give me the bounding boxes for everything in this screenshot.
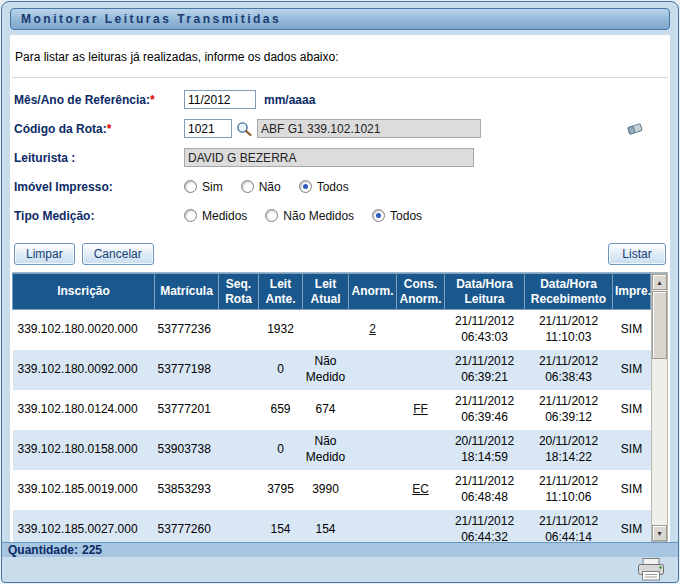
cell-leit-atual	[303, 310, 349, 350]
mes-ano-input[interactable]	[184, 90, 256, 109]
radio-label: Sim	[202, 180, 223, 194]
search-icon[interactable]	[236, 121, 253, 137]
radio-icon	[184, 209, 197, 222]
scroll-up-button[interactable]: ▲	[652, 274, 667, 290]
cell-matricula: 53777201	[155, 390, 219, 430]
cancelar-button[interactable]: Cancelar	[82, 243, 154, 265]
radio-icon	[265, 209, 278, 222]
cell-leit-atual: 674	[303, 390, 349, 430]
codigo-rota-input[interactable]	[184, 119, 232, 138]
cell-data-leitura: 21/11/2012 06:48:48	[445, 470, 525, 510]
cell-leit-atual: 154	[303, 510, 349, 543]
cell-inscricao: 339.102.185.0019.000	[13, 470, 155, 510]
printer-icon[interactable]	[636, 557, 666, 583]
filter-form: Mês/Ano de Referência:* mm/aaaa Código d…	[12, 78, 668, 236]
cell-leit-ante: 154	[259, 510, 303, 543]
quantidade-bar: Quantidade: 225	[2, 542, 678, 557]
cell-inscricao: 339.102.180.0092.000	[13, 350, 155, 390]
cell-data-recebimento: 20/11/2012 18:14:22	[525, 430, 613, 470]
radio-nao-medidos[interactable]: Não Medidos	[265, 209, 354, 223]
header-leit-ante: Leit Ante.	[259, 274, 303, 310]
scrollbar-track[interactable]	[652, 290, 667, 525]
leiturista-label: Leiturista :	[14, 151, 184, 165]
cell-data-leitura: 21/11/2012 06:44:32	[445, 510, 525, 543]
cell-seq-rota	[219, 310, 259, 350]
cell-matricula: 53777198	[155, 350, 219, 390]
table-row: 339.102.185.0019.000 53853293 3795 3990 …	[13, 470, 651, 510]
leiturista-row: Leiturista :	[14, 147, 666, 168]
cell-anorm	[349, 430, 397, 470]
table-row: 339.102.180.0158.000 53903738 0 Não Medi…	[13, 430, 651, 470]
readings-table-area: Inscrição Matrícula Seq. Rota Leit Ante.…	[12, 272, 668, 542]
radio-imovel-sim[interactable]: Sim	[184, 180, 223, 194]
cell-anorm	[349, 510, 397, 543]
radio-label: Medidos	[202, 209, 247, 223]
header-matricula: Matrícula	[155, 274, 219, 310]
cell-seq-rota	[219, 470, 259, 510]
cell-inscricao: 339.102.185.0027.000	[13, 510, 155, 543]
radio-label: Não Medidos	[283, 209, 354, 223]
cell-matricula: 53777236	[155, 310, 219, 350]
mes-ano-format-hint: mm/aaaa	[264, 93, 315, 107]
table-row: 339.102.180.0020.000 53777236 1932 2 21/…	[13, 310, 651, 350]
header-data-leitura: Data/Hora Leitura	[445, 274, 525, 310]
tipo-medicao-group: Medidos Não Medidos Todos	[184, 209, 422, 223]
radio-selected-icon	[299, 180, 312, 193]
scrollbar-thumb[interactable]	[652, 291, 667, 359]
cell-data-recebimento: 21/11/2012 11:10:06	[525, 470, 613, 510]
tipo-medicao-row: Tipo Medição: Medidos Não Medidos Todos	[14, 205, 666, 226]
table-scrollbar[interactable]: ▲ ▼	[651, 273, 668, 542]
cell-leit-ante: 1932	[259, 310, 303, 350]
required-asterisk: *	[107, 122, 112, 136]
cell-matricula: 53903738	[155, 430, 219, 470]
limpar-button[interactable]: Limpar	[14, 243, 75, 265]
print-row	[2, 557, 678, 583]
cell-leit-atual: Não Medido	[303, 350, 349, 390]
rota-description-field	[257, 119, 481, 138]
cell-matricula: 53777260	[155, 510, 219, 543]
readings-table-header: Inscrição Matrícula Seq. Rota Leit Ante.…	[13, 274, 651, 310]
cell-inscricao: 339.102.180.0124.000	[13, 390, 155, 430]
radio-imovel-todos[interactable]: Todos	[299, 180, 349, 194]
listar-button[interactable]: Listar	[608, 243, 666, 265]
header-inscricao: Inscrição	[13, 274, 155, 310]
quantidade-label: Quantidade:	[8, 543, 78, 557]
radio-medicao-todos[interactable]: Todos	[372, 209, 422, 223]
header-leit-atual: Leit Atual	[303, 274, 349, 310]
cell-leit-ante: 0	[259, 430, 303, 470]
cell-leit-ante: 0	[259, 350, 303, 390]
cell-cons-anorm	[397, 510, 445, 543]
cell-data-leitura: 20/11/2012 18:14:59	[445, 430, 525, 470]
cell-data-leitura: 21/11/2012 06:39:46	[445, 390, 525, 430]
scroll-down-icon: ▼	[656, 530, 663, 537]
header-data-recebimento: Data/Hora Recebimento	[525, 274, 613, 310]
button-row: Limpar Cancelar Listar	[12, 236, 668, 271]
header-seq-rota: Seq. Rota	[219, 274, 259, 310]
cell-cons-anorm[interactable]: FF	[397, 390, 445, 430]
cell-anorm[interactable]: 2	[349, 310, 397, 350]
cell-inscricao: 339.102.180.0020.000	[13, 310, 155, 350]
scroll-down-button[interactable]: ▼	[652, 525, 667, 541]
eraser-icon[interactable]	[626, 121, 644, 137]
leiturista-field	[184, 148, 474, 167]
radio-imovel-nao[interactable]: Não	[241, 180, 281, 194]
radio-medidos[interactable]: Medidos	[184, 209, 247, 223]
cell-data-recebimento: 21/11/2012 11:10:03	[525, 310, 613, 350]
radio-selected-icon	[372, 209, 385, 222]
mes-ano-row: Mês/Ano de Referência:* mm/aaaa	[14, 89, 666, 110]
header-cons-anorm: Cons. Anorm.	[397, 274, 445, 310]
readings-table-body: 339.102.180.0020.000 53777236 1932 2 21/…	[13, 310, 651, 543]
cell-cons-anorm	[397, 350, 445, 390]
table-row: 339.102.180.0124.000 53777201 659 674 FF…	[13, 390, 651, 430]
cell-matricula: 53853293	[155, 470, 219, 510]
cell-impre: SIM	[613, 470, 651, 510]
cell-cons-anorm[interactable]: EC	[397, 470, 445, 510]
cell-data-recebimento: 21/11/2012 06:39:12	[525, 390, 613, 430]
imovel-impresso-label: Imóvel Impresso:	[14, 180, 184, 194]
radio-icon	[241, 180, 254, 193]
title-bar: Monitorar Leituras Transmitidas	[10, 8, 670, 30]
cell-impre: SIM	[613, 390, 651, 430]
tipo-medicao-label: Tipo Medição:	[14, 209, 184, 223]
cell-seq-rota	[219, 390, 259, 430]
cell-cons-anorm	[397, 310, 445, 350]
